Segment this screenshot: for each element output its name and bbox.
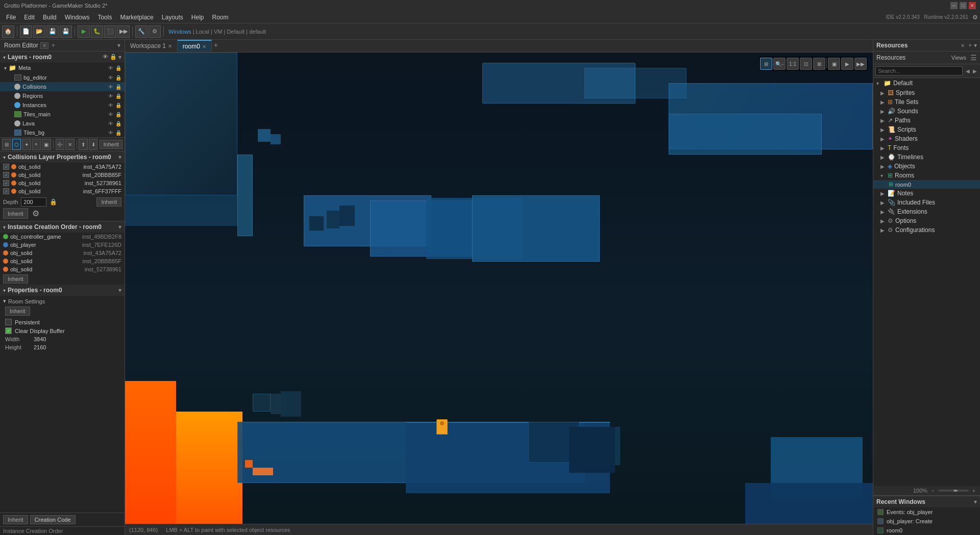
collision-item-4[interactable]: ✓ obj_solid inst_6FF37FFF (0, 187, 125, 195)
menu-help[interactable]: Help (187, 13, 208, 22)
rt-fonts-header[interactable]: ▶ T Fonts (873, 143, 980, 152)
lt-btn-7[interactable]: ✕ (65, 139, 75, 150)
save-button[interactable]: 💾 (46, 26, 59, 38)
stop-button[interactable]: ⬛ (104, 26, 116, 38)
zoom-plus[interactable]: + (971, 487, 977, 494)
menu-edit[interactable]: Edit (20, 13, 39, 22)
rt-shaders-header[interactable]: ▶ ✦ Shaders (873, 134, 980, 143)
rt-group-default-header[interactable]: ▾ 📁 Default (873, 78, 980, 88)
windows-target[interactable]: Windows (168, 29, 191, 35)
tab-room0[interactable]: room0 ✕ (178, 40, 212, 52)
canvas-fill[interactable]: ▣ (828, 58, 840, 70)
canvas-zoom-fit2[interactable]: ⊠ (813, 58, 825, 70)
rt-options-header[interactable]: ▶ ⚙ Options (873, 216, 980, 225)
tiles-main-vis-icon[interactable]: 👁 (108, 112, 113, 117)
local-target[interactable]: Local (196, 29, 209, 35)
canvas-zoom-out[interactable]: 🔍- (773, 58, 786, 70)
layer-collisions[interactable]: Collisions 👁 🔒 (0, 82, 125, 91)
lava-lock-icon[interactable]: 🔒 (115, 121, 121, 126)
canvas-zoom-fit[interactable]: ⊡ (800, 58, 812, 70)
bg-editor-lock-icon[interactable]: 🔒 (115, 75, 121, 81)
collision-item-1[interactable]: ✓ obj_solid inst_43A75A72 (0, 163, 125, 171)
rt-extensions-header[interactable]: ▶ 🔌 Extensions (873, 207, 980, 216)
collision-check-2[interactable]: ✓ (3, 172, 9, 178)
close-button[interactable]: ✕ (969, 2, 976, 9)
home-button[interactable]: 🏠 (2, 26, 14, 38)
rt-paths-header[interactable]: ▶ ↗ Paths (873, 116, 980, 125)
minimize-button[interactable]: ─ (950, 2, 958, 9)
lt-btn-1[interactable]: ⊞ (2, 139, 11, 150)
props-inherit-button[interactable]: Inherit (5, 307, 30, 316)
maximize-button[interactable]: □ (960, 2, 967, 9)
instances-lock-icon[interactable]: 🔒 (115, 103, 121, 108)
ico-item-4[interactable]: obj_solid inst_20BBB85F (0, 257, 125, 265)
run-button[interactable]: ▶▶ (117, 26, 130, 38)
vm-target[interactable]: VM (214, 29, 223, 35)
zoom-minus[interactable]: − (929, 487, 936, 494)
ico-item-2[interactable]: obj_player inst_7EFE126D (0, 241, 125, 249)
debug-button[interactable]: 🐛 (91, 26, 103, 38)
collisions-vis-icon[interactable]: 👁 (108, 84, 113, 90)
rt-scripts-header[interactable]: ▶ 📜 Scripts (873, 125, 980, 134)
hamburger-menu[interactable]: ☰ (970, 54, 977, 62)
persistent-checkbox[interactable] (5, 319, 12, 325)
play-button[interactable]: ▶ (78, 26, 90, 38)
collision-item-3[interactable]: ✓ obj_solid inst_52738961 (0, 179, 125, 187)
rt-room0[interactable]: ⊞ room0 (873, 180, 980, 189)
instances-vis-icon[interactable]: 👁 (108, 103, 113, 108)
depth-lock-icon[interactable]: 🔒 (50, 198, 57, 206)
room-editor-close[interactable]: ✕ (40, 42, 48, 49)
default-target[interactable]: Default (227, 29, 244, 35)
settings-button[interactable]: ⚙ (149, 26, 161, 38)
layers-eye-icon[interactable]: 👁 (103, 54, 108, 61)
collisions-lock-icon[interactable]: 🔒 (115, 84, 121, 90)
layer-tiles-bg[interactable]: Tiles_bg 👁 🔒 (0, 128, 125, 137)
props-expand-icon[interactable]: ▾ (3, 288, 6, 293)
resources-add[interactable]: + (968, 42, 972, 49)
menu-room[interactable]: Room (208, 13, 233, 22)
menu-windows[interactable]: Windows (61, 13, 94, 22)
recent-obj-player-create[interactable]: obj_player: Create (873, 517, 980, 526)
new-button[interactable]: 📄 (20, 26, 32, 38)
ico-expand-icon[interactable]: ▾ (3, 224, 6, 230)
tab-workspace1[interactable]: Workspace 1 ✕ (125, 40, 178, 52)
lt-btn-4[interactable]: ⌖ (32, 139, 41, 150)
props-inherit-bottom[interactable]: Inherit (3, 515, 28, 524)
layer-tiles-main[interactable]: Tiles_main 👁 🔒 (0, 110, 125, 119)
collision-check-3[interactable]: ✓ (3, 180, 9, 186)
tiles-bg-vis-icon[interactable]: 👁 (108, 130, 113, 136)
menu-marketplace[interactable]: Marketplace (116, 13, 157, 22)
views-button[interactable]: Views (949, 54, 968, 62)
room0-close[interactable]: ✕ (202, 44, 206, 49)
layer-bg-editor[interactable]: bg_editor 👁 🔒 (0, 73, 125, 82)
default2-target[interactable]: default (249, 29, 266, 35)
recent-room0[interactable]: room0 (873, 526, 980, 535)
save-all-button[interactable]: 💾 (60, 26, 72, 38)
zoom-slider[interactable] (938, 490, 969, 492)
ico-item-5[interactable]: obj_solid inst_52738961 (0, 265, 125, 273)
recent-events-obj-player[interactable]: Events: obj_player (873, 507, 980, 517)
layers-collapse[interactable]: ▾ (118, 54, 121, 61)
layer-instances[interactable]: Instances 👁 🔒 (0, 100, 125, 110)
open-button[interactable]: 📂 (33, 26, 45, 38)
canvas-next[interactable]: ▶▶ (854, 58, 867, 70)
clean-button[interactable]: 🔧 (135, 26, 148, 38)
meta-lock-icon[interactable]: 🔒 (115, 65, 121, 71)
rt-tilesets-header[interactable]: ▶ ⊞ Tile Sets (873, 97, 980, 107)
rt-sprites-header[interactable]: ▶ 🖼 Sprites (873, 88, 980, 97)
lt-btn-9[interactable]: ⬇ (89, 139, 98, 150)
depth-settings-icon[interactable]: ⚙ (30, 208, 41, 219)
lava-vis-icon[interactable]: 👁 (108, 121, 113, 126)
add-tab-button[interactable]: + (212, 40, 220, 52)
ico-item-1[interactable]: obj_controller_game inst_49BDB2F8 (0, 233, 125, 241)
collisions-header-expand[interactable]: ▾ (3, 155, 6, 160)
search-prev[interactable]: ◀ (965, 67, 971, 75)
ico-item-3[interactable]: obj_solid inst_43A75A72 (0, 249, 125, 257)
layer-lava[interactable]: Lava 👁 🔒 (0, 119, 125, 128)
workspace1-close[interactable]: ✕ (168, 43, 172, 49)
depth-inherit-button[interactable]: Inherit (96, 197, 121, 207)
collision-check-4[interactable]: ✓ (3, 188, 9, 194)
regions-lock-icon[interactable]: 🔒 (115, 93, 121, 99)
menu-tools[interactable]: Tools (93, 13, 116, 22)
depth-input[interactable] (21, 197, 46, 207)
